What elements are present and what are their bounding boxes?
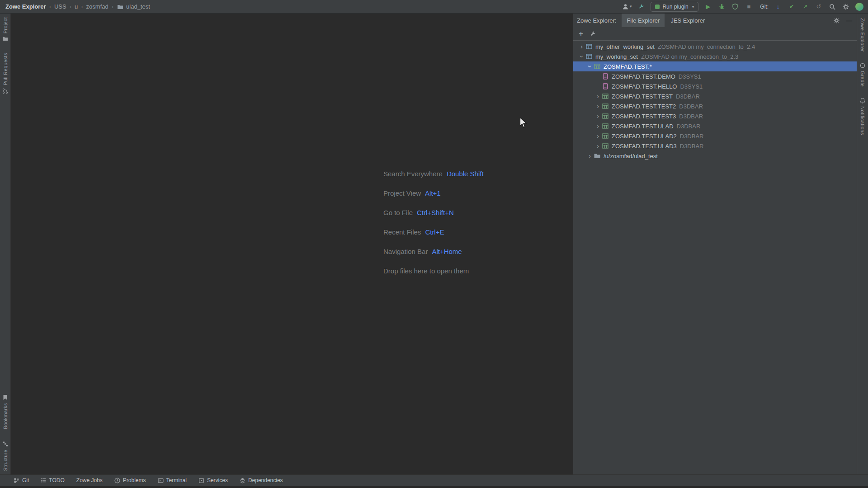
chevron-right-icon[interactable]: › <box>594 133 602 139</box>
toolwindow-button-label: Services <box>207 477 228 483</box>
tree-row[interactable]: ZOSMFAD.TEST.DEMOD3SYS1 <box>573 71 857 81</box>
bookmark-icon <box>3 394 8 400</box>
user-icon[interactable]: ▾ <box>622 2 632 11</box>
toolwindow-button-label: Git <box>22 477 29 483</box>
tab-jes-explorer[interactable]: JES Explorer <box>665 14 710 27</box>
tree-item-detail: D3DBAR <box>679 113 703 120</box>
commit-button[interactable]: ✔ <box>788 2 796 11</box>
breadcrumb: Zowe ExplorerUSSuzosmfadulad_test <box>5 3 151 10</box>
topbar-actions: ▾ Run plugin ▾ ▶ ■ Git: ↓ ✔ ↗ ↺ <box>622 2 863 12</box>
tree-item-detail: D3DBAR <box>680 133 704 140</box>
add-icon[interactable]: + <box>579 30 583 38</box>
tree-row[interactable]: ZOSMFAD.TEST.HELLOD3SYS1 <box>573 81 857 91</box>
toolwindow-button-git[interactable]: Git <box>14 477 29 483</box>
tree-row[interactable]: ›my_other_working_setZOSMFAD on my_conne… <box>573 42 857 52</box>
stripe-button-label: Pull Requests <box>3 53 8 85</box>
stripe-button-notifications[interactable]: Notifications <box>860 98 865 135</box>
tree-row[interactable]: ›ZOSMFAD.TEST.TESTD3DBAR <box>573 91 857 101</box>
stripe-button-gradle[interactable]: Gradle <box>860 63 865 87</box>
toolwindow-button-services[interactable]: Services <box>198 477 228 483</box>
stripe-button-pull-requests[interactable]: Pull Requests <box>2 53 8 94</box>
tab-file-explorer[interactable]: File Explorer <box>622 14 665 27</box>
tree-row[interactable]: ›my_working_setZOSMFAD on my_connection_… <box>573 52 857 61</box>
wrench-icon[interactable] <box>589 29 597 38</box>
member-icon <box>602 83 609 90</box>
build-hammer-icon[interactable] <box>637 2 645 11</box>
tree-item-label: ZOSMFAD.TEST.HELLO <box>612 83 677 90</box>
breadcrumb-item[interactable]: USS <box>53 3 67 10</box>
coverage-button[interactable] <box>731 2 739 11</box>
gear-icon[interactable] <box>832 16 840 25</box>
editor-area: Search EverywhereDouble ShiftProject Vie… <box>11 14 573 474</box>
tree-item-detail: D3DBAR <box>677 123 701 130</box>
chevron-right-icon[interactable]: › <box>594 113 602 119</box>
toolwindow-button-todo[interactable]: TODO <box>41 477 64 483</box>
tree-row[interactable]: ›ZOSMFAD.TEST.ULAD3D3DBAR <box>573 141 857 151</box>
structure-icon <box>2 441 8 447</box>
hint-label: Drop files here to open them <box>383 267 469 275</box>
tree-row[interactable]: ›ZOSMFAD.TEST.TEST3D3DBAR <box>573 111 857 121</box>
folder-icon <box>594 152 601 160</box>
toolwindow-button-problems[interactable]: Problems <box>114 477 146 483</box>
stripe-button-structure[interactable]: Structure <box>2 441 8 471</box>
avatar[interactable] <box>855 3 863 11</box>
run-configuration-dropdown[interactable]: Run plugin ▾ <box>651 2 698 12</box>
tree-row[interactable]: ›ZOSMFAD.TEST.ULAD2D3DBAR <box>573 131 857 141</box>
chevron-right-icon[interactable]: › <box>594 143 602 149</box>
chevron-right-icon[interactable]: › <box>594 93 602 99</box>
chevron-right-icon[interactable]: › <box>586 153 594 159</box>
minimize-icon[interactable]: — <box>846 17 852 24</box>
chevron-right-icon[interactable]: › <box>594 103 602 109</box>
toolwindow-button-label: Zowe Jobs <box>76 477 103 483</box>
push-button[interactable]: ↗ <box>801 2 809 11</box>
update-project-button[interactable]: ↓ <box>774 2 782 11</box>
tree-row[interactable]: ›ZOSMFAD.TEST.ULADD3DBAR <box>573 121 857 131</box>
hint-label: Go to File <box>383 209 413 216</box>
chevron-down-icon[interactable]: › <box>579 53 585 61</box>
tree-item-detail: D3DBAR <box>679 103 703 110</box>
breadcrumb-separator-icon <box>111 3 114 10</box>
dataset-icon <box>602 142 609 150</box>
hint-label: Navigation Bar <box>383 248 428 255</box>
todo-list-icon <box>41 478 46 483</box>
toolwindow-button-terminal[interactable]: Terminal <box>158 477 187 483</box>
hint-row: Recent FilesCtrl+E <box>383 227 484 237</box>
dataset-icon <box>602 93 609 100</box>
toolwindow-button-zowe-jobs[interactable]: Zowe Jobs <box>76 477 103 483</box>
run-button[interactable]: ▶ <box>704 2 712 11</box>
bell-icon <box>860 98 865 103</box>
debug-button[interactable] <box>717 2 726 11</box>
breadcrumb-item[interactable]: Zowe Explorer <box>5 3 47 10</box>
tree-item-label: ZOSMFAD.TEST.* <box>604 63 652 70</box>
chevron-down-icon[interactable]: › <box>587 63 593 70</box>
breadcrumb-item[interactable]: zosmfad <box>85 3 109 10</box>
stop-button[interactable]: ■ <box>745 2 753 11</box>
hint-shortcut: Alt+1 <box>425 189 441 197</box>
breadcrumb-item[interactable]: ulad_test <box>125 3 151 10</box>
run-config-icon <box>655 5 660 9</box>
stripe-button-bookmarks[interactable]: Bookmarks <box>3 394 8 429</box>
tree-row[interactable]: ›ZOSMFAD.TEST.* <box>573 61 857 71</box>
stripe-button-zowe-explorer[interactable]: Zowe Explorer <box>860 18 865 52</box>
dataset-icon <box>602 132 609 140</box>
member-icon <box>602 73 609 80</box>
tree-row[interactable]: ›ZOSMFAD.TEST.TEST2D3DBAR <box>573 101 857 111</box>
stripe-button-project[interactable]: Project <box>2 17 8 41</box>
chevron-right-icon[interactable]: › <box>594 123 602 129</box>
dataset-icon <box>602 113 609 120</box>
toolwindow-button-dependencies[interactable]: Dependencies <box>240 477 283 483</box>
tool-window-title: Zowe Explorer: <box>577 17 616 24</box>
history-button[interactable]: ↺ <box>815 2 823 11</box>
search-button[interactable] <box>828 2 836 11</box>
tree-item-label: ZOSMFAD.TEST.DEMO <box>612 73 675 80</box>
tree-item-detail: D3DBAR <box>676 93 700 100</box>
breadcrumb-item[interactable]: u <box>74 3 79 10</box>
tree-row[interactable]: ›/u/zosmfad/ulad_test <box>573 151 857 161</box>
tree-item-label: /u/zosmfad/ulad_test <box>604 153 658 160</box>
settings-gear-icon[interactable] <box>842 2 850 11</box>
tree-item-label: ZOSMFAD.TEST.ULAD2 <box>612 133 677 140</box>
terminal-icon <box>158 478 164 483</box>
chevron-right-icon[interactable]: › <box>578 43 585 50</box>
left-stripe-bottom: BookmarksStructure <box>2 394 8 471</box>
ide-window: Zowe ExplorerUSSuzosmfadulad_test ▾ Run … <box>0 0 868 488</box>
